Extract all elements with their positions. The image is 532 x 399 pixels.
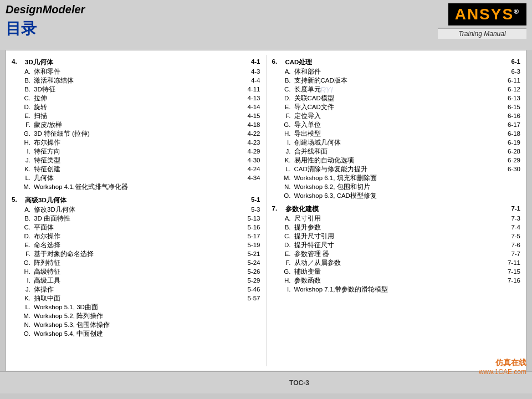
header-right: ANSYS® Training Manual	[438, 3, 526, 39]
toc-letter: C.	[272, 233, 294, 239]
toc-page: 5-19	[238, 242, 260, 248]
toc-letter: O.	[12, 330, 34, 337]
toc-entry: K. 特征创建 4-24	[12, 165, 260, 173]
section-header-0: 4. 3D几何体 4-1	[12, 58, 260, 66]
toc-text: 高级工具	[34, 277, 238, 285]
section-title: 参数化建模	[285, 205, 499, 213]
toc-page: 4-3	[238, 68, 260, 75]
toc-text: 尺寸引用	[294, 214, 499, 223]
toc-page: 5-26	[238, 268, 260, 275]
toc-entry: I. 创建场域几何体 6-19	[272, 139, 521, 147]
section-header-1: 5. 高级3D几何体 5-1	[12, 196, 260, 204]
toc-letter: K.	[272, 157, 294, 163]
toc-page: 6-11	[498, 77, 520, 84]
toc-letter: I.	[272, 139, 294, 146]
toc-page: 4-34	[238, 175, 260, 181]
toc-entry: F. 从动／从属参数 7-11	[272, 259, 521, 267]
toc-letter: B.	[12, 86, 34, 93]
toc-entry: I. 高级工具 5-29	[12, 277, 260, 285]
toc-letter: D.	[272, 242, 294, 248]
toc-letter: C.	[12, 224, 34, 231]
toc-entry: M. Workshop 6.1, 填充和删除面	[272, 174, 521, 182]
toc-page: 6-18	[498, 130, 520, 137]
toc-page: 6-30	[498, 166, 520, 172]
toc-page: 6-16	[498, 112, 520, 119]
toc-text: 支持新的CAD版本	[294, 76, 499, 85]
toc-text: Workshop 5.4, 中面创建	[34, 330, 238, 338]
toc-entry: K. 抽取中面 5-57	[12, 294, 260, 303]
toc-letter: J.	[272, 148, 294, 155]
toc-text: Workshop 6.3, CAD模型修复	[294, 192, 499, 200]
toc-entry: B. 3D特征 4-11	[12, 85, 260, 94]
toc-letter: F.	[12, 121, 34, 128]
toc-text: 蒙皮/放样	[34, 121, 238, 129]
toc-page: 4-23	[238, 139, 260, 146]
toc-page: 7-11	[498, 259, 520, 266]
toc-entry: I. 特征方向 4-29	[12, 147, 260, 156]
toc-text: 长度单元	[294, 85, 499, 94]
section-page: 6-1	[498, 58, 520, 66]
toc-letter: F.	[272, 259, 294, 266]
toc-page: 4-15	[238, 112, 260, 119]
training-manual-label: Training Manual	[438, 28, 526, 39]
toc-entry: C. 提升尺寸引用 7-5	[272, 232, 521, 241]
toc-entry: J. 特征类型 4-30	[12, 156, 260, 165]
toc-letter: E.	[12, 112, 34, 119]
toc-page: 7-4	[498, 224, 520, 231]
toc-letter: O.	[272, 192, 294, 199]
toc-page: 6-29	[498, 157, 520, 163]
toc-entry: H. 参数函数 7-16	[272, 277, 521, 285]
toc-page: 6-13	[498, 95, 520, 101]
toc-text: 高级特征	[34, 268, 238, 276]
toc-letter: I.	[12, 148, 34, 155]
main-content: 4. 3D几何体 4-1 A. 体和零件 4-3 B. 激活和冻结体 4-4 B…	[6, 50, 526, 371]
toc-page: 5-3	[238, 206, 260, 213]
toc-entry: D. 提升特征尺寸 7-6	[272, 241, 521, 249]
toc-text: 参数函数	[294, 277, 499, 285]
toc-entry: B. 支持新的CAD版本 6-11	[272, 76, 521, 85]
toc-page: 5-16	[238, 224, 260, 231]
toc-page: 4-11	[238, 86, 260, 93]
toc-letter: F.	[12, 250, 34, 257]
toc-text: 提升参数	[294, 223, 499, 232]
toc-text: 扫描	[34, 112, 238, 120]
page-title: 目录	[6, 18, 85, 39]
toc-page: 4-30	[238, 157, 260, 163]
toc-page: 5-21	[238, 250, 260, 257]
toc-text: 提升尺寸引用	[294, 232, 499, 241]
toc-text: 阵列特征	[34, 259, 238, 267]
toc-entry: K. 易用性的自动化选项 6-29	[272, 156, 521, 165]
toc-letter: L.	[12, 304, 34, 310]
toc-text: 特征方向	[34, 147, 238, 156]
toc-entry: M. Workshop 4.1,催化式排气净化器	[12, 183, 260, 191]
toc-letter: A.	[12, 206, 34, 213]
toc-text: Workshop 6.2, 包围和切片	[294, 183, 499, 191]
toc-letter: A.	[272, 68, 294, 75]
toc-entry: C. 长度单元 6-12	[272, 85, 521, 94]
toc-entry: B. 提升参数 7-4	[272, 223, 521, 232]
section-title: 高级3D几何体	[25, 196, 238, 204]
toc-page: 4-4	[238, 77, 260, 84]
toc-text: Workshop 7.1,带参数的滑轮模型	[294, 285, 499, 294]
toc-text: 3D特征	[34, 85, 238, 94]
toc-entry: M. Workshop 5.2, 阵列操作	[12, 312, 260, 320]
toc-letter: M.	[272, 175, 294, 181]
toc-entry: E. 命名选择 5-19	[12, 241, 260, 249]
toc-letter: H.	[12, 139, 34, 146]
toc-letter: N.	[272, 183, 294, 190]
toc-letter: L.	[272, 166, 294, 172]
toc-text: 拉伸	[34, 94, 238, 103]
toc-text: 抽取中面	[34, 294, 238, 303]
toc-letter: N.	[12, 321, 34, 328]
toc-text: 修改3D几何体	[34, 206, 238, 214]
toc-letter: D.	[12, 233, 34, 239]
toc-page: 4-18	[238, 121, 260, 128]
toc-entry: G. 阵列特征 5-24	[12, 259, 260, 267]
toc-page: 7-16	[498, 277, 520, 284]
toc-text: 几何体	[34, 174, 238, 182]
toc-text: 3D 特征细节 (拉伸)	[34, 130, 238, 138]
section-num: 6.	[272, 58, 285, 66]
toc-letter: C.	[12, 95, 34, 101]
toc-page: 5-24	[238, 259, 260, 266]
right-column: 6. CAD处理 6-1 A. 体和部件 6-3 B. 支持新的CAD版本 6-…	[267, 55, 526, 366]
